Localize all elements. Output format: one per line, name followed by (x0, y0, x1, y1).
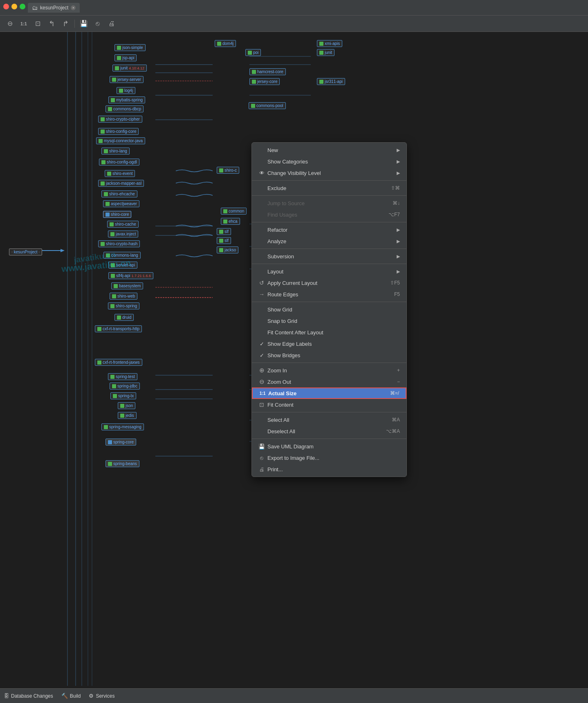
node-commons-dbcp[interactable]: commons-dbcp (105, 105, 144, 112)
menu-item-export-image[interactable]: ⎋ Export to Image File... (252, 452, 406, 463)
node-cxf-rt-frontend-jaxws[interactable]: cxf-rt-frontend-jaxws (95, 359, 142, 366)
node-jedis[interactable]: jedis (118, 412, 137, 419)
node-spring-messaging[interactable]: spring-messaging (101, 423, 144, 430)
menu-item-analyze[interactable]: Analyze ▶ (252, 235, 406, 247)
node-shiro-core[interactable]: shiro-core (103, 211, 131, 218)
menu-item-print[interactable]: 🖨 Print... (252, 463, 406, 475)
maximize-window-button[interactable] (20, 4, 25, 9)
node-cxf-rt-transports-http[interactable]: cxf-rt-transports-http (95, 325, 142, 332)
export-button[interactable]: ⎋ (92, 18, 103, 29)
node-spring-test[interactable]: spring-test (108, 373, 137, 380)
menu-item-show-edge-labels[interactable]: ✓ Show Edge Labels (252, 338, 406, 349)
node-shiro-lang[interactable]: shiro-lang (101, 148, 130, 154)
node-shiro-crypto-cipher[interactable]: shiro-crypto-cipher (98, 116, 142, 123)
node-icon (114, 284, 118, 288)
zoom-out-button[interactable]: ⊖ (4, 18, 16, 29)
menu-item-jump-to-source[interactable]: Jump to Source ⌘↓ (252, 197, 406, 209)
node-spring-beans[interactable]: spring-beans (105, 460, 139, 467)
node-druid[interactable]: druid (114, 314, 134, 321)
node-json-simple[interactable]: json-simple (114, 44, 146, 51)
node-ehca-right[interactable]: ehca (221, 218, 240, 225)
close-window-button[interactable] (3, 4, 9, 9)
services-item[interactable]: ⚙ Services (89, 693, 114, 699)
node-jsr311-api[interactable]: jsr311-api (317, 78, 345, 85)
node-icon (112, 294, 116, 298)
actual-size-button[interactable]: 1:1 (18, 18, 29, 29)
menu-item-zoom-out[interactable]: ⊖ Zoom Out − (252, 376, 406, 387)
menu-item-subversion[interactable]: Subversion ▶ (252, 251, 406, 262)
node-shiro-cache[interactable]: shiro-cache (107, 221, 139, 228)
minimize-window-button[interactable] (11, 4, 17, 9)
menu-item-layout[interactable]: Layout ▶ (252, 266, 406, 277)
node-jsp-api[interactable]: jsp-api (114, 54, 137, 61)
node-aspectjweaver[interactable]: aspectjweaver (103, 200, 139, 207)
node-junit[interactable]: junit 4.10:4.12 (112, 65, 147, 72)
print-button[interactable]: 🖨 (106, 18, 117, 29)
node-shiro-web[interactable]: shiro-web (110, 293, 137, 300)
node-mybatis-spring[interactable]: mybatis-spring (108, 96, 145, 103)
menu-item-show-categories[interactable]: Show Categories ▶ (252, 156, 406, 167)
node-servlet-api[interactable]: servlet-api (108, 262, 137, 269)
database-changes-item[interactable]: 🗄 Database Changes (4, 693, 53, 699)
menu-item-route-edges[interactable]: → Route Edges F5 (252, 289, 406, 300)
project-tab[interactable]: 🗂 kesunProject × (28, 3, 80, 13)
node-jackson-right[interactable]: jackso (217, 246, 238, 253)
node-hamcrest-core[interactable]: hamcrest-core (249, 68, 286, 75)
menu-item-find-usages[interactable]: Find Usages ⌥F7 (252, 209, 406, 220)
node-shiro-config-core[interactable]: shiro-config-core (98, 128, 139, 135)
tab-close-button[interactable]: × (71, 5, 76, 10)
node-slf-right[interactable]: slf (217, 228, 231, 235)
node-commons-pool[interactable]: commons-pool (249, 102, 286, 109)
node-mysql-connector[interactable]: mysql-connector-java (96, 137, 145, 144)
node-spring-tx[interactable]: spring-tx (110, 392, 136, 399)
menu-item-fit-content-layout[interactable]: Fit Content After Layout (252, 327, 406, 338)
node-commons-lang[interactable]: commons-lang (103, 252, 141, 259)
node-xmi-apis[interactable]: xmi-apis (317, 40, 342, 47)
node-shiro-ehcache[interactable]: shiro-ehcache (101, 190, 137, 197)
menu-item-deselect-all[interactable]: Deselect All ⌥⌘A (252, 425, 406, 437)
node-icon (97, 360, 101, 365)
node-poi[interactable]: poi (245, 49, 261, 56)
fit-content-button[interactable]: ⊡ (32, 18, 43, 29)
node-shiro-crypto-hash[interactable]: shiro-crypto-hash (98, 240, 140, 247)
node-jersey-core[interactable]: jersey-core (249, 78, 280, 85)
menu-item-exclude[interactable]: Exclude ⇧⌘ (252, 182, 406, 194)
menu-item-snap-to-grid[interactable]: Snap to Grid (252, 315, 406, 327)
node-javax-inject[interactable]: javax.inject (108, 231, 138, 237)
menu-item-save-uml[interactable]: 💾 Save UML Diagram (252, 441, 406, 452)
node-shiro-event[interactable]: shiro-event (105, 170, 135, 177)
node-slf2-right[interactable]: slf (217, 237, 231, 244)
node-shiro-config-ogdl[interactable]: shiro-config-ogdl (99, 159, 139, 166)
build-item[interactable]: 🔨 Build (61, 693, 81, 699)
diagram-canvas[interactable]: json-simple jsp-api junit 4.10:4.12 jers… (0, 32, 588, 688)
node-junit-right[interactable]: junit (317, 49, 334, 56)
node-spring-jdbc[interactable]: spring-jdbc (110, 383, 140, 390)
route-edges-button[interactable]: ↰ (46, 18, 57, 29)
node-basesystem[interactable]: basesystem (111, 282, 143, 289)
node-shiro-c-right[interactable]: shiro-c (217, 167, 239, 174)
menu-item-actual-size[interactable]: 1:1 Actual Size ⌘=/ (252, 387, 406, 399)
menu-item-select-all[interactable]: Select All ⌘A (252, 414, 406, 425)
node-json[interactable]: json (118, 402, 135, 409)
menu-item-new[interactable]: New ▶ (252, 144, 406, 156)
menu-item-show-bridges[interactable]: ✓ Show Bridges (252, 349, 406, 361)
separator-4 (252, 249, 406, 249)
menu-item-fit-content[interactable]: ⊡ Fit Content (252, 399, 406, 410)
node-shiro-spring[interactable]: shiro-spring (108, 302, 139, 309)
node-dom4j[interactable]: dom4j (215, 40, 236, 47)
node-spring-core[interactable]: spring-core (105, 439, 136, 446)
node-kesunproject[interactable]: · kesunProject · (9, 249, 42, 255)
node-log4j[interactable]: log4j (117, 87, 135, 94)
node-slf4j-api[interactable]: slf4j-api 1.7.21:1.6.6 (108, 272, 153, 279)
node-common-right[interactable]: common (221, 208, 247, 215)
node-jersey-server[interactable]: jersey-server (110, 76, 144, 83)
route-edges-2-button[interactable]: ↱ (60, 18, 71, 29)
node-jackson-mapper-asl[interactable]: jackson-mapper-asl (98, 180, 144, 187)
menu-item-refactor[interactable]: Refactor ▶ (252, 224, 406, 235)
save-button[interactable]: 💾 (78, 18, 90, 29)
arrow-icon: ▶ (397, 254, 400, 259)
menu-item-change-visibility[interactable]: 👁 Change Visibility Level ▶ (252, 167, 406, 179)
menu-item-show-grid[interactable]: Show Grid (252, 304, 406, 315)
menu-item-zoom-in[interactable]: ⊕ Zoom In + (252, 365, 406, 376)
menu-item-apply-layout[interactable]: ↺ Apply Current Layout ⇧F5 (252, 277, 406, 289)
